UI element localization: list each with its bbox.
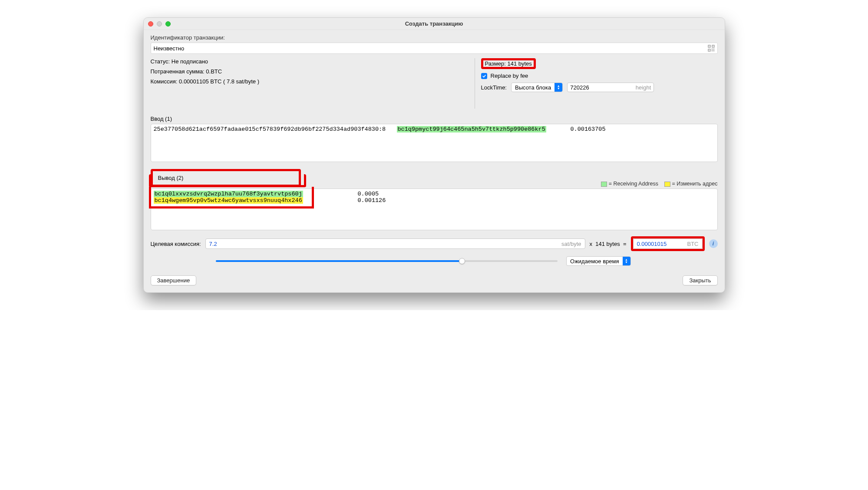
output-amount-0: 0.0005 xyxy=(358,191,427,197)
output-row: bc1q0lxxvzsdvrq2wzplha7uu768f3yavtrvtps6… xyxy=(154,191,715,197)
txid-field[interactable]: Неизвестно xyxy=(151,43,718,54)
rbf-label: Replace by fee xyxy=(491,73,528,79)
locktime-mode-value: Высота блока xyxy=(512,84,554,91)
window-title: Создать транзакцию xyxy=(144,20,725,27)
locktime-mode-select[interactable]: Высота блока ▲▼ xyxy=(511,83,563,92)
legend-change: = Изменить адрес xyxy=(664,181,718,187)
locktime-suffix: height xyxy=(631,84,651,91)
finalize-button[interactable]: Завершение xyxy=(151,275,197,285)
output-address-0: bc1q0lxxvzsdvrq2wzplha7uu768f3yavtrvtps6… xyxy=(154,191,303,197)
size-label: Размер: xyxy=(485,60,506,67)
legend-change-text: = Изменить адрес xyxy=(672,181,717,187)
locktime-value: 720226 xyxy=(570,84,589,91)
chevron-updown-icon: ▲▼ xyxy=(554,83,562,92)
status-row: Статус: Не подписано xyxy=(151,58,475,65)
outputs-highlight-overlay: bc1q4wgem95vp0v5wtz4wc6yawtvsxs9nuuq4hx2… xyxy=(149,174,306,187)
output-row: bc1q4wgem95vp0v5wtz4wc6yawtvsxs9nuuq4hx2… xyxy=(154,197,715,204)
info-icon[interactable]: i xyxy=(709,239,718,248)
traffic-lights xyxy=(148,21,171,26)
inputs-header: Ввод (1) xyxy=(151,116,718,122)
inputs-list[interactable]: 25e377058d621acf6597fadaae015cf57839f692… xyxy=(151,124,718,162)
outputs-list[interactable]: bc1q4wgem95vp0v5wtz4wc6yawtvsxs9nuuq4hx2… xyxy=(151,189,718,230)
spent-row: Потраченная сумма: 0.BTC xyxy=(151,68,475,75)
svg-rect-9 xyxy=(713,50,714,51)
locktime-value-input[interactable]: 720226 height xyxy=(567,83,654,92)
commission-value: 0.00001105 BTC ( 7.8 sat/byte ) xyxy=(179,78,259,85)
fee-result-value: 0.00001015 xyxy=(637,241,667,247)
svg-rect-3 xyxy=(709,46,710,46)
window-minimize-button[interactable] xyxy=(157,21,162,26)
input-txid: 25e377058d621acf6597fadaae015cf57839f692… xyxy=(154,126,397,132)
size-highlight: Размер: 141 bytes xyxy=(481,58,536,69)
svg-rect-5 xyxy=(709,50,710,50)
commission-row: Комиссия: 0.00001105 BTC ( 7.8 sat/byte … xyxy=(151,78,475,85)
slider-row: Ожидаемое время ▲▼ xyxy=(151,256,718,266)
target-fee-rate: 7.2 xyxy=(209,241,217,247)
target-fee-label: Целевая комиссия: xyxy=(151,241,201,247)
target-fee-unit: sat/byte xyxy=(561,241,581,247)
close-button[interactable]: Закрыть xyxy=(683,275,717,285)
rbf-row[interactable]: Replace by fee xyxy=(481,73,718,79)
expected-time-select[interactable]: Ожидаемое время ▲▼ xyxy=(566,256,630,266)
rbf-checkbox[interactable] xyxy=(481,73,487,79)
window-maximize-button[interactable] xyxy=(165,21,171,26)
fee-slider[interactable] xyxy=(216,257,558,265)
output-address-1: bc1q4wgem95vp0v5wtz4wc6yawtvsxs9nuuq4hx2… xyxy=(154,197,303,204)
target-fee-row: Целевая комиссия: 7.2 sat/byte x 141 byt… xyxy=(151,236,718,251)
right-column: Размер: 141 bytes Replace by fee LockTim… xyxy=(475,58,718,109)
txid-value: Неизвестно xyxy=(154,45,185,52)
status-column: Статус: Не подписано Потраченная сумма: … xyxy=(151,58,475,109)
target-fee-mult: x 141 bytes = xyxy=(590,241,627,247)
txid-label: Идентификатор транзакции: xyxy=(151,34,718,41)
content: Идентификатор транзакции: Неизвестно xyxy=(144,30,725,292)
titlebar: Создать транзакцию xyxy=(144,18,725,30)
legend: = Receiving Address = Изменить адрес xyxy=(601,181,717,187)
transaction-window: Создать транзакцию Идентификатор транзак… xyxy=(143,17,725,293)
locktime-label: LockTime: xyxy=(481,84,507,91)
svg-rect-8 xyxy=(712,50,713,51)
commission-label: Комиссия: xyxy=(151,78,178,85)
window-close-button[interactable] xyxy=(148,21,153,26)
qr-icon[interactable] xyxy=(708,45,715,52)
chevron-updown-icon: ▲▼ xyxy=(623,257,630,265)
input-address: bc1q9pmyct99j64c465na5h5v7ttkzh5p990e86k… xyxy=(397,126,546,132)
spent-value: 0.BTC xyxy=(206,68,222,75)
target-fee-input[interactable]: 7.2 sat/byte xyxy=(205,238,585,249)
expected-time-value: Ожидаемое время xyxy=(567,258,622,265)
legend-receiving: = Receiving Address xyxy=(601,181,658,187)
size-value: 141 bytes xyxy=(507,60,531,67)
legend-green-swatch xyxy=(601,182,607,187)
svg-rect-7 xyxy=(713,49,714,50)
legend-receiving-text: = Receiving Address xyxy=(609,181,658,187)
fee-result-highlight: 0.00001015 BTC xyxy=(631,236,705,251)
spent-label: Потраченная сумма: xyxy=(151,68,205,75)
fee-result-unit: BTC xyxy=(687,241,699,247)
svg-rect-4 xyxy=(713,46,713,46)
legend-yellow-swatch xyxy=(664,182,670,187)
input-amount: 0.00163705 xyxy=(571,126,640,132)
locktime-row: LockTime: Высота блока ▲▼ 720226 height xyxy=(481,83,718,92)
input-row: 25e377058d621acf6597fadaae015cf57839f692… xyxy=(154,126,715,132)
status-label: Статус: xyxy=(151,58,170,65)
svg-rect-6 xyxy=(712,49,713,50)
status-value: Не подписано xyxy=(172,58,208,65)
output-amount-1: 0.001126 xyxy=(358,197,427,204)
footer: Завершение Закрыть xyxy=(151,275,718,285)
fee-result-field[interactable]: 0.00001015 BTC xyxy=(633,238,703,249)
